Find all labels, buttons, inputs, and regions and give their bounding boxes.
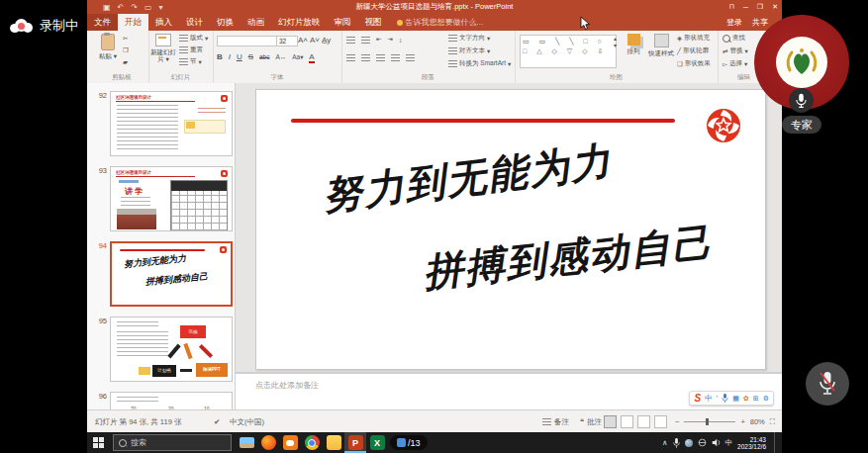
align-text-button[interactable]: 对齐文本 ▾ <box>448 46 490 55</box>
tab-transitions[interactable]: 切换 <box>210 14 241 31</box>
increase-indent-icon[interactable]: ⇥ <box>387 36 392 44</box>
italic-button[interactable]: I <box>229 52 231 61</box>
shape-fill-button[interactable]: ◈形状填充 <box>677 34 710 43</box>
underline-button[interactable]: U <box>237 52 242 61</box>
reset-button[interactable]: 重置 <box>179 45 203 54</box>
zoom-in-button[interactable]: + <box>740 417 744 426</box>
ime-settings-gear-icon[interactable]: ⚙ <box>763 395 769 403</box>
tray-expand-icon[interactable]: ∧ <box>662 438 668 447</box>
align-center-icon[interactable] <box>361 54 370 61</box>
slide-thumbnail-panel[interactable]: 92 社区治理项目设计 93 社区治理项目设计 <box>87 83 236 409</box>
arrange-button[interactable]: 排列 <box>622 34 645 54</box>
tray-volume-icon[interactable] <box>712 438 721 447</box>
powerpoint-taskbar-button[interactable]: P <box>344 432 366 453</box>
ime-skin-icon[interactable]: ✿ <box>743 395 749 403</box>
paste-button[interactable]: 粘贴 ▾ <box>97 34 119 59</box>
tab-review[interactable]: 审阅 <box>328 14 358 31</box>
columns-icon[interactable] <box>406 54 415 61</box>
tray-network-icon[interactable] <box>698 438 707 447</box>
copy-button[interactable]: ❐ <box>123 46 129 54</box>
avatar-mic-icon[interactable] <box>789 88 814 113</box>
thumbnail-item-95[interactable]: 95 完稿 计划书 路演PPT <box>91 317 235 382</box>
decrease-indent-icon[interactable]: ⇤ <box>376 36 381 44</box>
ime-toolbar[interactable]: S 中 ’ ▦ ✿ ⊞ ⚙ <box>689 391 774 406</box>
fit-to-window-icon[interactable]: ⛶ <box>770 417 775 427</box>
strikethrough-button[interactable]: S <box>248 52 253 61</box>
font-color-button[interactable]: A <box>309 52 314 63</box>
chat-app-taskbar-button[interactable] <box>279 432 301 453</box>
muted-mic-button[interactable] <box>806 362 849 406</box>
maximize-button[interactable]: ❐ <box>757 3 763 11</box>
numbering-icon[interactable] <box>361 37 370 44</box>
tell-me-box[interactable]: 告诉我您想要做什么... <box>389 14 492 31</box>
tab-animations[interactable]: 动画 <box>241 14 271 31</box>
notes-toggle-button[interactable]: 备注 <box>542 410 569 433</box>
share-button[interactable]: 共享 <box>752 17 768 28</box>
tray-app-icon[interactable] <box>685 439 693 447</box>
thumbnail-item-96[interactable]: 96 70 20 10 <box>91 392 235 409</box>
sign-in-button[interactable]: 登录 <box>726 17 742 28</box>
bullets-icon[interactable] <box>346 37 355 44</box>
language-indicator[interactable]: 中文(中国) <box>230 410 264 433</box>
bold-button[interactable]: B <box>217 52 223 61</box>
font-name-input[interactable] <box>217 36 278 46</box>
align-right-icon[interactable] <box>376 54 385 61</box>
format-painter-button[interactable]: ▰ <box>123 58 128 66</box>
find-button[interactable]: 查找 <box>723 34 745 43</box>
align-left-icon[interactable] <box>346 54 355 61</box>
start-button[interactable] <box>87 432 109 453</box>
shapes-scroll[interactable]: ▴▾ <box>614 35 617 48</box>
section-button[interactable]: 节 ▾ <box>179 57 202 66</box>
zoom-out-button[interactable]: − <box>675 417 679 426</box>
minimize-button[interactable]: ─ <box>743 4 748 11</box>
reading-view-button[interactable] <box>637 415 650 428</box>
zoom-slider[interactable] <box>684 421 735 422</box>
taskbar-search[interactable]: 搜索 <box>113 434 232 451</box>
new-slide-button[interactable]: 新建幻灯片 ▾ <box>149 34 177 62</box>
excel-taskbar-button[interactable]: X <box>366 432 388 453</box>
justify-icon[interactable] <box>391 54 400 61</box>
ime-punctuation-icon[interactable]: ’ <box>717 394 719 403</box>
ime-mic-icon[interactable] <box>722 394 728 403</box>
clear-format-button[interactable]: A̲y <box>322 36 331 45</box>
thumbnail-item-92[interactable]: 92 社区治理项目设计 <box>91 91 235 156</box>
slideshow-view-button[interactable] <box>654 415 667 428</box>
tab-design[interactable]: 设计 <box>179 14 210 31</box>
layout-button[interactable]: 版式 ▾ <box>179 34 208 43</box>
grow-font-button[interactable]: A˄ <box>298 36 308 45</box>
shadow-button[interactable]: abc <box>259 53 269 60</box>
tray-ime-indicator[interactable]: 中 <box>725 438 733 448</box>
tab-file[interactable]: 文件 <box>87 14 118 31</box>
thumbnail-item-93[interactable]: 93 社区治理项目设计 讲 学 <box>91 166 235 231</box>
char-spacing-button[interactable]: A↔ <box>275 53 286 60</box>
convert-smartart-button[interactable]: 转换为 SmartArt ▾ <box>448 59 511 68</box>
chrome-taskbar-button[interactable] <box>301 432 323 453</box>
tray-mic-icon[interactable] <box>673 438 680 448</box>
tab-view[interactable]: 视图 <box>358 14 389 31</box>
firefox-taskbar-button[interactable] <box>257 432 279 453</box>
zoom-level[interactable]: 80% <box>750 417 765 426</box>
text-direction-button[interactable]: 文字方向 ▾ <box>448 34 490 43</box>
notes-pane[interactable]: 点击此处添加备注 S 中 ’ ▦ ✿ ⊞ ⚙ <box>236 374 782 409</box>
page-count-badge[interactable]: /13 <box>390 435 428 450</box>
slide-sorter-view-button[interactable] <box>621 415 633 428</box>
sogou-logo-icon[interactable]: S <box>694 393 701 404</box>
slide-thumbnail[interactable]: 完稿 计划书 路演PPT <box>110 317 233 382</box>
tab-insert[interactable]: 插入 <box>148 14 179 31</box>
taskbar-clock[interactable]: 21:43 2023/12/6 <box>737 436 766 450</box>
cut-button[interactable]: ✂ <box>123 35 128 43</box>
line-spacing-icon[interactable]: ↕ <box>399 37 402 44</box>
tab-slideshow[interactable]: 幻灯片放映 <box>271 14 328 31</box>
replace-button[interactable]: ⇄替换 ▾ <box>723 46 748 55</box>
font-size-input[interactable]: 32 <box>276 36 298 46</box>
file-explorer-taskbar-button[interactable] <box>323 432 344 453</box>
current-slide-canvas[interactable]: 努力到无能为力 拼搏到感动自己 <box>255 89 766 370</box>
normal-view-button[interactable] <box>604 415 617 428</box>
ribbon-options-icon[interactable]: ⊓ <box>728 3 733 11</box>
ime-mode-indicator[interactable]: 中 <box>705 394 713 404</box>
close-button[interactable]: ✕ <box>772 3 778 11</box>
zoom-slider-thumb[interactable] <box>706 418 709 425</box>
spellcheck-icon[interactable]: ✔ <box>214 410 220 433</box>
comments-toggle-button[interactable]: ❝批注 <box>580 410 602 433</box>
thumbnail-item-94[interactable]: 94 努力到无能为力 拼搏到感动自己 <box>91 241 235 307</box>
